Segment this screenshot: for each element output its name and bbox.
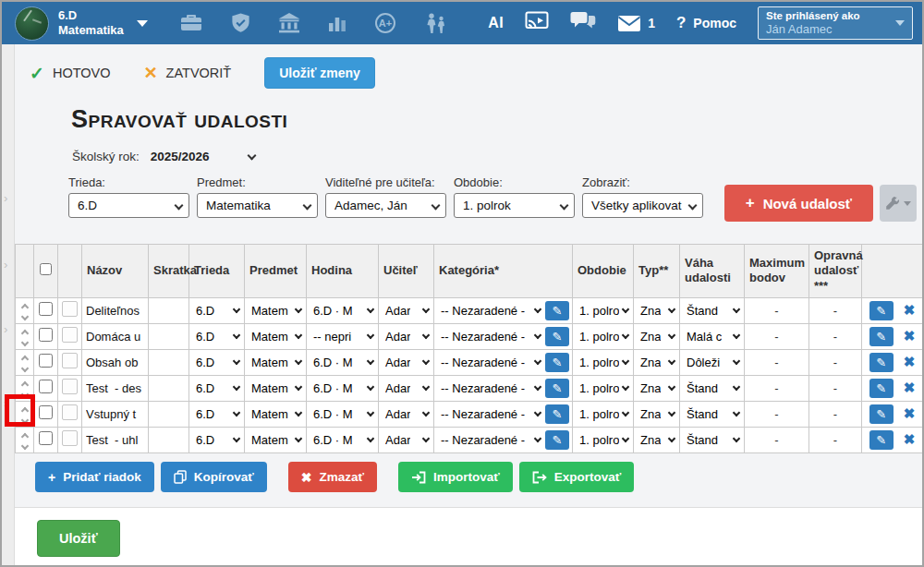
row-period-select[interactable]: 1. polro xyxy=(573,298,633,323)
briefcase-icon[interactable] xyxy=(179,13,203,33)
row-lesson-select[interactable]: 6.D · M xyxy=(307,350,378,375)
row-color-box[interactable] xyxy=(62,430,78,446)
event-name-input[interactable] xyxy=(82,298,148,322)
edit-row-button[interactable]: ✎ xyxy=(869,404,894,424)
chat-icon[interactable] xyxy=(570,11,596,35)
row-checkbox[interactable] xyxy=(39,328,53,342)
mail-menu[interactable]: 1 xyxy=(617,15,655,32)
cast-icon[interactable] xyxy=(525,11,549,35)
delete-row-icon[interactable]: ✖ xyxy=(904,431,916,448)
row-type-select[interactable]: Zna xyxy=(634,428,679,452)
select-all-checkbox[interactable] xyxy=(40,263,52,275)
row-period-select[interactable]: 1. polro xyxy=(573,376,633,401)
row-class-select[interactable]: 6.D xyxy=(189,402,244,427)
event-name-input[interactable] xyxy=(82,324,148,348)
row-teacher-select[interactable]: Adar xyxy=(379,324,433,349)
row-weight-select[interactable]: Štand xyxy=(680,376,744,401)
row-class-select[interactable]: 6.D xyxy=(189,350,244,375)
edit-category-button[interactable]: ✎ xyxy=(545,430,569,450)
row-type-select[interactable]: Zna xyxy=(634,402,679,427)
row-weight-select[interactable]: Štand xyxy=(680,402,744,427)
edit-category-button[interactable]: ✎ xyxy=(545,404,569,424)
row-drag-handle[interactable] xyxy=(18,355,31,373)
tools-dropdown-button[interactable] xyxy=(880,185,917,222)
user-account-selector[interactable]: Ste prihlásený ako Ján Adamec xyxy=(758,6,913,40)
event-abbr-input[interactable] xyxy=(149,298,188,322)
row-drag-handle[interactable] xyxy=(18,329,31,347)
add-row-button[interactable]: + Pridať riadok xyxy=(35,462,154,492)
row-checkbox[interactable] xyxy=(39,405,53,419)
row-checkbox[interactable] xyxy=(39,354,53,368)
delete-row-icon[interactable]: ✖ xyxy=(904,380,916,396)
row-teacher-select[interactable]: Adar xyxy=(379,402,433,427)
school-year-value[interactable]: 2025/2026 xyxy=(151,150,210,163)
row-period-select[interactable]: 1. polro xyxy=(573,428,633,452)
show-filter-select[interactable]: Všetky aplikovat xyxy=(582,193,703,218)
row-lesson-select[interactable]: 6.D · M xyxy=(307,376,378,401)
help-menu[interactable]: ? Pomoc xyxy=(676,14,736,32)
close-button[interactable]: ✕ ZATVORIŤ xyxy=(144,63,232,83)
row-subject-select[interactable]: Matem xyxy=(245,428,306,452)
row-teacher-select[interactable]: Adar xyxy=(379,298,433,323)
event-name-input[interactable] xyxy=(82,428,148,452)
row-lesson-select[interactable]: 6.D · M xyxy=(307,402,378,427)
row-category-select[interactable]: -- Nezaradené - xyxy=(434,324,545,349)
delete-row-icon[interactable]: ✖ xyxy=(904,354,916,370)
row-teacher-select[interactable]: Adar xyxy=(379,428,433,452)
row-subject-select[interactable]: Matem xyxy=(245,298,306,323)
row-category-select[interactable]: -- Nezaradené - xyxy=(434,350,545,375)
row-category-select[interactable]: -- Nezaradené - xyxy=(434,298,545,323)
event-abbr-input[interactable] xyxy=(149,324,188,348)
teacher-filter-select[interactable]: Adamec, Ján xyxy=(325,193,446,218)
avatar[interactable] xyxy=(15,6,49,41)
row-color-box[interactable] xyxy=(62,404,78,420)
event-abbr-input[interactable] xyxy=(149,402,188,426)
row-type-select[interactable]: Zna xyxy=(634,298,679,323)
row-color-box[interactable] xyxy=(62,301,78,317)
row-type-select[interactable]: Zna xyxy=(634,324,679,349)
event-name-input[interactable] xyxy=(82,350,148,374)
copy-button[interactable]: Kopírovať xyxy=(161,462,267,492)
delete-row-icon[interactable]: ✖ xyxy=(904,405,916,422)
edit-row-button[interactable]: ✎ xyxy=(869,379,894,398)
chevron-down-icon[interactable] xyxy=(247,151,256,160)
grades-icon[interactable]: A+ xyxy=(374,12,396,34)
row-checkbox[interactable] xyxy=(39,302,53,316)
row-teacher-select[interactable]: Adar xyxy=(379,376,433,401)
row-period-select[interactable]: 1. polro xyxy=(573,350,633,375)
edit-row-button[interactable]: ✎ xyxy=(869,301,894,320)
event-name-input[interactable] xyxy=(82,402,148,426)
row-drag-handle[interactable] xyxy=(18,406,31,425)
row-lesson-select[interactable]: 6.D · M xyxy=(307,298,378,323)
row-type-select[interactable]: Zna xyxy=(634,376,679,401)
ai-menu[interactable]: AI xyxy=(488,15,504,31)
event-abbr-input[interactable] xyxy=(149,350,188,374)
done-button[interactable]: ✓ HOTOVO xyxy=(30,63,111,84)
edit-row-button[interactable]: ✎ xyxy=(869,430,894,450)
row-period-select[interactable]: 1. polro xyxy=(573,324,633,349)
edit-category-button[interactable]: ✎ xyxy=(545,353,569,372)
row-color-box[interactable] xyxy=(62,327,78,343)
shield-icon[interactable] xyxy=(230,13,251,33)
row-class-select[interactable]: 6.D xyxy=(189,376,244,401)
edit-category-button[interactable]: ✎ xyxy=(545,301,569,320)
row-weight-select[interactable]: Štand xyxy=(680,428,744,452)
edit-row-button[interactable]: ✎ xyxy=(869,353,894,372)
row-checkbox[interactable] xyxy=(39,431,53,445)
subject-filter-select[interactable]: Matematika xyxy=(197,193,318,218)
event-name-input[interactable] xyxy=(82,376,148,400)
institution-icon[interactable] xyxy=(278,13,300,33)
attendance-icon[interactable] xyxy=(423,13,448,34)
row-class-select[interactable]: 6.D xyxy=(189,298,244,323)
export-button[interactable]: Exportovať xyxy=(519,462,634,492)
save-button[interactable]: Uložiť xyxy=(37,520,120,557)
event-abbr-input[interactable] xyxy=(149,428,188,452)
delete-row-icon[interactable]: ✖ xyxy=(904,302,916,319)
row-category-select[interactable]: -- Nezaradené - xyxy=(434,428,545,452)
row-class-select[interactable]: 6.D xyxy=(189,428,244,452)
row-weight-select[interactable]: Dôleži xyxy=(680,350,744,375)
edit-category-button[interactable]: ✎ xyxy=(545,327,569,346)
save-changes-button[interactable]: Uložiť zmeny xyxy=(264,57,375,89)
row-drag-handle[interactable] xyxy=(18,380,31,399)
row-weight-select[interactable]: Štand xyxy=(680,298,744,323)
